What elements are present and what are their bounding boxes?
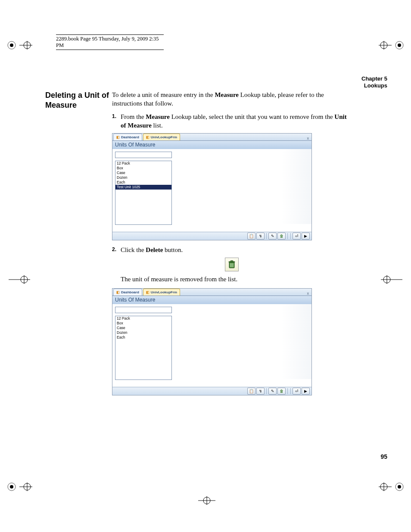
crop-mark-icon bbox=[379, 481, 405, 492]
unit-of-measure-list[interactable]: 12 PackBoxCaseDozenEach bbox=[115, 316, 172, 380]
tab-icon: ◧ bbox=[116, 135, 120, 139]
tab-dashboard[interactable]: ◧ Dashboard bbox=[113, 134, 142, 140]
undo-button[interactable]: ⏎ bbox=[293, 233, 301, 240]
tab-icon: ◧ bbox=[146, 290, 149, 294]
crop-mark-icon bbox=[194, 495, 220, 506]
step-1: 1. From the Measure Lookup table, select… bbox=[112, 112, 351, 130]
list-item[interactable]: 12 Pack bbox=[115, 316, 171, 321]
tab-univlookupfrm[interactable]: ◧ UnivLookupFrm bbox=[143, 134, 180, 140]
new-button[interactable]: 📋 bbox=[247, 233, 255, 240]
tab-icon: ◧ bbox=[116, 290, 120, 294]
intro-paragraph: To delete a unit of measure entry in the… bbox=[112, 90, 351, 108]
edit-button[interactable]: ✎ bbox=[268, 388, 277, 395]
list-item[interactable]: Dozen bbox=[115, 330, 171, 335]
go-button[interactable]: ▶ bbox=[302, 233, 310, 240]
crop-mark-icon bbox=[379, 40, 405, 51]
undo-button[interactable]: ⏎ bbox=[293, 388, 301, 395]
screenshot-after-delete: ◧ Dashboard ◧ UnivLookupFrm x Units Of M… bbox=[112, 288, 312, 395]
running-header: 2289.book Page 95 Thursday, July 9, 2009… bbox=[56, 34, 164, 50]
list-item[interactable]: Each bbox=[115, 335, 171, 340]
svg-point-22 bbox=[398, 485, 401, 488]
crop-mark-icon bbox=[6, 481, 32, 492]
list-item[interactable]: Dozen bbox=[115, 175, 171, 180]
section-heading: Deleting a Unit of Measure bbox=[45, 90, 110, 111]
list-item[interactable]: Case bbox=[115, 326, 171, 330]
tab-univlookupfrm[interactable]: ◧ UnivLookupFrm bbox=[143, 289, 180, 296]
go-button[interactable]: ▶ bbox=[302, 388, 310, 395]
svg-point-17 bbox=[10, 485, 13, 488]
screenshot-before-delete: ◧ Dashboard ◧ UnivLookupFrm x Units Of M… bbox=[112, 133, 312, 240]
search-input[interactable] bbox=[115, 307, 172, 313]
status-bar: 📋↯✎🗑⏎▶ bbox=[112, 387, 311, 395]
page-number: 95 bbox=[380, 453, 387, 460]
svg-rect-34 bbox=[230, 261, 233, 262]
delete-button-icon-figure bbox=[225, 258, 239, 271]
chapter-number: Chapter 5 bbox=[361, 75, 387, 82]
chapter-header: Chapter 5 Lookups bbox=[361, 75, 387, 90]
copy-button[interactable]: ↯ bbox=[256, 388, 265, 395]
list-item[interactable]: Box bbox=[115, 166, 171, 171]
list-item[interactable]: Box bbox=[115, 321, 171, 326]
crop-mark-icon bbox=[6, 40, 32, 51]
delete-button[interactable]: 🗑 bbox=[277, 233, 286, 240]
list-item[interactable]: 12 Pack bbox=[115, 161, 171, 166]
new-button[interactable]: 📋 bbox=[247, 388, 255, 395]
search-input[interactable] bbox=[115, 152, 172, 158]
svg-rect-32 bbox=[233, 263, 233, 267]
svg-rect-31 bbox=[231, 263, 232, 267]
tab-icon: ◧ bbox=[146, 135, 149, 139]
svg-rect-30 bbox=[230, 263, 230, 267]
list-item[interactable]: Case bbox=[115, 171, 171, 175]
crop-mark-icon bbox=[381, 274, 402, 285]
copy-button[interactable]: ↯ bbox=[256, 233, 265, 240]
panel-title: Units Of Measure bbox=[112, 296, 311, 304]
step-number: 2. bbox=[112, 246, 121, 254]
unit-of-measure-list[interactable]: 12 PackBoxCaseDozenEachTest Unit 1025 bbox=[115, 161, 172, 225]
result-paragraph: The unit of measure is removed from the … bbox=[121, 275, 351, 283]
svg-point-1 bbox=[10, 44, 13, 47]
panel-title: Units Of Measure bbox=[112, 141, 311, 149]
step-2: 2. Click the Delete button. bbox=[112, 246, 351, 254]
tab-dashboard[interactable]: ◧ Dashboard bbox=[113, 289, 142, 296]
close-tab-button[interactable]: x bbox=[305, 136, 311, 140]
step-number: 1. bbox=[112, 112, 121, 130]
delete-button[interactable]: 🗑 bbox=[277, 388, 286, 395]
chapter-title: Lookups bbox=[361, 82, 387, 89]
trash-icon bbox=[228, 260, 236, 269]
close-tab-button[interactable]: x bbox=[305, 291, 311, 296]
list-item[interactable]: Each bbox=[115, 180, 171, 185]
list-item[interactable]: Test Unit 1025 bbox=[115, 185, 171, 190]
status-bar: 📋↯✎🗑⏎▶ bbox=[112, 232, 311, 240]
svg-point-6 bbox=[398, 44, 401, 47]
edit-button[interactable]: ✎ bbox=[268, 233, 277, 240]
crop-mark-icon bbox=[9, 274, 30, 285]
